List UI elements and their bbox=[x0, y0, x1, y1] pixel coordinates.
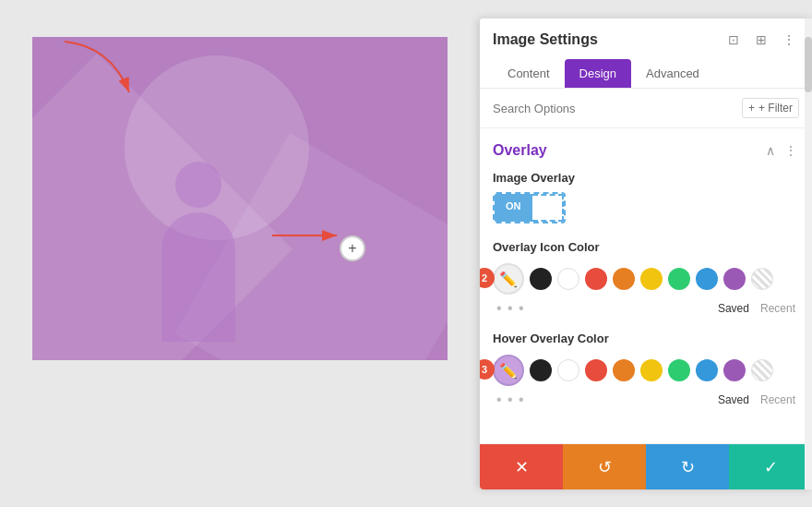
hover-overlay-saved-recent: Saved Recent bbox=[718, 393, 795, 406]
redo-button[interactable]: ↻ bbox=[646, 444, 729, 489]
color-swatch-green-1[interactable] bbox=[668, 268, 690, 290]
color-swatch-red-2[interactable] bbox=[585, 359, 607, 381]
grid-icon[interactable]: ⊞ bbox=[751, 30, 771, 50]
color-swatch-yellow-2[interactable] bbox=[640, 359, 663, 381]
color-swatch-black-2[interactable] bbox=[530, 359, 552, 381]
overlay-section-title: Overlay bbox=[493, 142, 547, 159]
color-swatch-striped-2[interactable] bbox=[751, 359, 773, 381]
hover-overlay-saved-btn[interactable]: Saved bbox=[718, 393, 749, 406]
color-swatch-white-2[interactable] bbox=[557, 359, 579, 381]
search-input[interactable] bbox=[493, 102, 734, 115]
overlay-section-header: Overlay ∧ ⋮ bbox=[493, 141, 799, 160]
overlay-eyedropper[interactable]: ✏️ bbox=[493, 263, 524, 295]
color-swatch-orange-1[interactable] bbox=[613, 268, 635, 290]
hover-eyedropper-icon: ✏️ bbox=[499, 362, 518, 380]
add-element-button[interactable]: + bbox=[340, 235, 365, 261]
canvas-image bbox=[32, 37, 448, 360]
toggle-container: ON bbox=[493, 192, 799, 223]
tab-content[interactable]: Content bbox=[493, 59, 565, 88]
image-overlay-toggle[interactable]: ON bbox=[493, 192, 566, 223]
panel-body: Overlay ∧ ⋮ Image Overlay ON 1 Overlay I… bbox=[480, 128, 812, 436]
collapse-icon[interactable]: ∧ bbox=[764, 141, 777, 160]
color-swatch-yellow-1[interactable] bbox=[640, 268, 663, 290]
panel-tabs: Content Design Advanced bbox=[493, 59, 799, 88]
tab-advanced[interactable]: Advanced bbox=[631, 59, 714, 88]
more-options-icon[interactable]: ⋮ bbox=[779, 30, 799, 50]
reset-button[interactable]: ↺ bbox=[563, 444, 646, 489]
scrollbar-track bbox=[805, 18, 812, 489]
tab-design[interactable]: Design bbox=[565, 59, 631, 88]
overlay-icon-recent-btn[interactable]: Recent bbox=[760, 302, 795, 315]
redo-icon: ↻ bbox=[681, 457, 695, 477]
color-swatch-striped-1[interactable] bbox=[751, 268, 773, 290]
color-swatch-black-1[interactable] bbox=[530, 268, 552, 290]
hover-overlay-recent-btn[interactable]: Recent bbox=[760, 393, 795, 406]
color-swatch-purple-1[interactable] bbox=[723, 268, 746, 290]
color-swatch-blue-2[interactable] bbox=[696, 359, 718, 381]
cancel-icon: ✕ bbox=[515, 457, 529, 477]
confirm-icon: ✓ bbox=[764, 457, 778, 477]
filter-button[interactable]: + + Filter bbox=[742, 98, 799, 118]
toggle-off-state[interactable] bbox=[532, 194, 564, 222]
color-swatch-orange-2[interactable] bbox=[613, 359, 635, 381]
overlay-icon-color-picker: ✏️ bbox=[493, 263, 799, 295]
hover-overlay-color-label: Hover Overlay Color bbox=[493, 332, 799, 345]
overlay-icon-saved-recent: Saved Recent bbox=[718, 302, 795, 315]
hover-overlay-eyedropper[interactable]: ✏️ bbox=[493, 355, 524, 386]
overlay-icon-saved-row: • • • Saved Recent bbox=[493, 300, 799, 317]
panel-header: Image Settings ⊡ ⊞ ⋮ Content Design Adva… bbox=[480, 18, 812, 89]
color-swatch-red-1[interactable] bbox=[585, 268, 607, 290]
confirm-button[interactable]: ✓ bbox=[729, 444, 812, 489]
panel-title: Image Settings bbox=[493, 31, 598, 48]
hover-overlay-more-dots[interactable]: • • • bbox=[496, 392, 525, 408]
cancel-button[interactable]: ✕ bbox=[480, 444, 563, 489]
color-swatch-white-1[interactable] bbox=[557, 268, 579, 290]
overlay-icon-color-label: Overlay Icon Color bbox=[493, 240, 799, 254]
canvas-figure bbox=[161, 212, 235, 342]
overlay-icon-saved-btn[interactable]: Saved bbox=[718, 302, 749, 315]
settings-panel: × Image Settings ⊡ ⊞ ⋮ Content Design Ad… bbox=[480, 18, 812, 489]
panel-footer: ✕ ↺ ↻ ✓ bbox=[480, 443, 812, 489]
search-row: + + Filter bbox=[480, 89, 812, 128]
color-swatch-blue-1[interactable] bbox=[696, 268, 718, 290]
hover-overlay-color-picker: ✏️ bbox=[493, 355, 799, 386]
scrollbar-thumb[interactable] bbox=[805, 37, 812, 92]
image-overlay-label: Image Overlay bbox=[493, 171, 799, 185]
fullscreen-icon[interactable]: ⊡ bbox=[723, 30, 744, 50]
eyedropper-icon: ✏️ bbox=[499, 271, 518, 288]
section-more-icon[interactable]: ⋮ bbox=[782, 141, 799, 160]
panel-title-icons: ⊡ ⊞ ⋮ bbox=[723, 30, 799, 50]
overlay-icon-more-dots[interactable]: • • • bbox=[496, 300, 525, 317]
color-swatch-purple-2[interactable] bbox=[723, 359, 746, 381]
hover-overlay-saved-row: • • • Saved Recent bbox=[493, 392, 799, 408]
filter-icon: + bbox=[748, 102, 755, 115]
section-actions: ∧ ⋮ bbox=[764, 141, 799, 160]
color-swatch-green-2[interactable] bbox=[668, 359, 690, 381]
reset-icon: ↺ bbox=[598, 457, 612, 477]
toggle-on-state[interactable]: ON bbox=[495, 194, 532, 222]
